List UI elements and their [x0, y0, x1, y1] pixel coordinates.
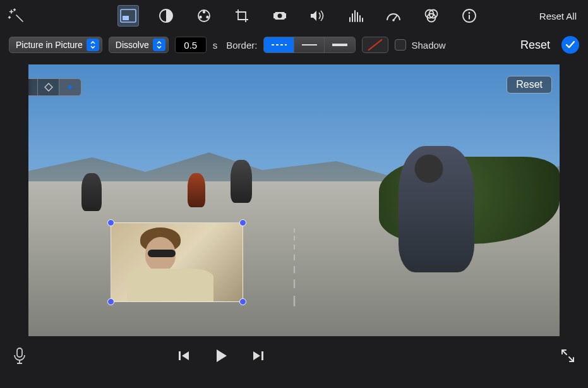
filters-button[interactable] [421, 5, 442, 27]
overlay-mode-dropdown[interactable]: Picture in Picture [9, 37, 102, 53]
prev-frame-button[interactable] [177, 349, 191, 362]
duration-field[interactable]: 0.5 [175, 37, 207, 53]
shadow-label: Shadow [411, 40, 445, 51]
border-color-well[interactable] [362, 37, 388, 53]
border-style-segmented[interactable] [263, 37, 356, 53]
duration-unit: s [213, 40, 218, 51]
nav-fit-button[interactable] [38, 79, 59, 95]
stabilization-button[interactable] [269, 5, 291, 27]
svg-rect-28 [17, 348, 22, 357]
info-button[interactable] [459, 5, 480, 27]
enhance-wand-icon[interactable] [6, 6, 25, 25]
resize-handle-bl[interactable] [107, 298, 114, 305]
preview-viewer[interactable]: Reset [28, 64, 560, 336]
svg-rect-30 [261, 351, 263, 360]
svg-rect-8 [273, 13, 275, 18]
resize-handle-br[interactable] [239, 298, 246, 305]
svg-rect-24 [469, 15, 470, 20]
border-label: Border: [226, 40, 257, 51]
voiceover-mic-button[interactable] [13, 347, 32, 365]
noise-reduction-button[interactable] [345, 5, 366, 27]
chevron-updown-icon [87, 39, 99, 51]
pip-clip[interactable] [111, 222, 243, 302]
resize-handle-tr[interactable] [239, 219, 246, 226]
svg-rect-1 [123, 16, 129, 20]
speed-button[interactable] [383, 5, 404, 27]
border-thin-option[interactable] [294, 37, 325, 52]
color-balance-button[interactable] [155, 5, 177, 27]
transition-value: Dissolve [116, 40, 149, 50]
border-thick-option[interactable] [325, 37, 355, 52]
nav-next-button[interactable] [59, 79, 81, 95]
play-button[interactable] [213, 348, 229, 364]
reset-button[interactable]: Reset [520, 39, 550, 52]
svg-point-23 [469, 12, 471, 14]
apply-button[interactable] [561, 36, 579, 54]
svg-point-18 [392, 19, 395, 21]
video-overlay-button[interactable] [117, 5, 139, 27]
svg-point-4 [203, 11, 205, 13]
resize-handle-tl[interactable] [107, 219, 114, 226]
reset-all-button[interactable]: Reset All [539, 11, 582, 21]
svg-rect-9 [285, 13, 286, 18]
svg-rect-29 [179, 351, 181, 360]
next-frame-button[interactable] [251, 349, 265, 362]
svg-point-10 [278, 14, 282, 18]
crop-button[interactable] [231, 5, 253, 27]
border-none-option[interactable] [264, 37, 294, 52]
volume-button[interactable] [307, 5, 328, 27]
nav-prev-button[interactable] [28, 79, 38, 95]
overlay-mode-value: Picture in Picture [16, 40, 83, 50]
viewer-reset-button[interactable]: Reset [507, 76, 552, 94]
color-correction-button[interactable] [193, 5, 215, 27]
shadow-checkbox[interactable] [395, 39, 406, 51]
transition-dropdown[interactable]: Dissolve [109, 37, 169, 53]
svg-point-6 [206, 16, 208, 18]
fullscreen-button[interactable] [556, 348, 575, 363]
svg-point-5 [199, 16, 201, 18]
chevron-updown-icon [153, 39, 165, 51]
viewer-nav-controls [28, 78, 81, 96]
